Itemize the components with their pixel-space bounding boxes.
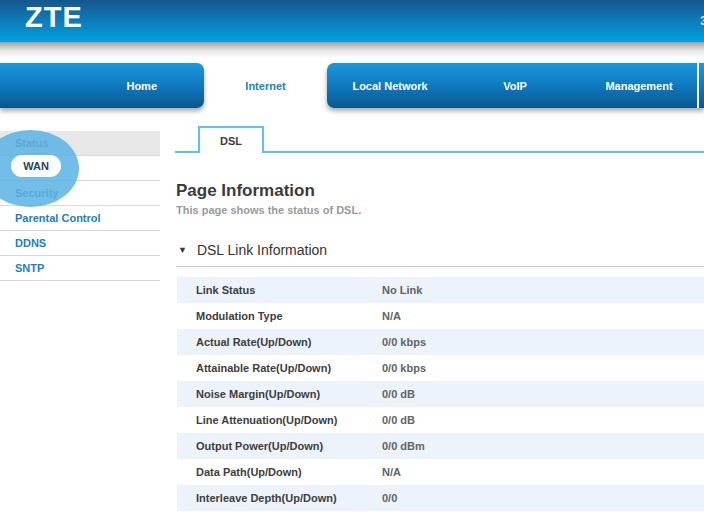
row-value: 0/0 kbps — [382, 336, 426, 348]
tab-local-network[interactable]: Local Network — [352, 80, 427, 92]
zte-logo: ZTE — [25, 1, 83, 34]
table-row: Modulation Type N/A — [177, 303, 704, 329]
row-value: N/A — [382, 466, 401, 478]
row-value: No Link — [382, 284, 422, 296]
wan-highlight-pill[interactable]: WAN — [11, 155, 61, 177]
tab-voip[interactable]: VoIP — [503, 80, 527, 92]
banner-corner-partial-text: 3 — [700, 14, 704, 28]
tab-management[interactable]: Management — [605, 80, 672, 92]
table-row: Data Path(Up/Down) N/A — [177, 459, 704, 485]
table-row: Output Power(Up/Down) 0/0 dBm — [177, 433, 704, 459]
tab-internet[interactable]: Internet — [204, 63, 327, 108]
row-label: Actual Rate(Up/Down) — [196, 336, 382, 348]
dsl-link-information-section-header[interactable]: ▼ DSL Link Information — [178, 242, 327, 258]
table-row: Noise Margin(Up/Down) 0/0 dB — [177, 381, 704, 407]
dsl-status-table: Link Status No Link Modulation Type N/A … — [177, 277, 704, 511]
tab-home-label: Home — [126, 80, 157, 92]
row-label: Line Attenuation(Up/Down) — [196, 414, 382, 426]
page-title: Page Information — [176, 181, 315, 201]
nav-right-group: Local Network VoIP Management — [327, 63, 704, 108]
sidebar-item-ddns[interactable]: DDNS — [0, 231, 160, 256]
collapse-triangle-icon: ▼ — [178, 245, 187, 255]
row-value: 0/0 dB — [382, 388, 415, 400]
row-label: Link Status — [196, 284, 382, 296]
section-divider — [176, 266, 704, 267]
row-value: 0/0 — [382, 492, 397, 504]
table-row: Line Attenuation(Up/Down) 0/0 dB — [177, 407, 704, 433]
row-value: 0/0 dBm — [382, 440, 425, 452]
page-description: This page shows the status of DSL. — [176, 204, 361, 216]
row-value: N/A — [382, 310, 401, 322]
table-row: Interleave Depth(Up/Down) 0/0 — [177, 485, 704, 511]
sidebar-item-sntp[interactable]: SNTP — [0, 256, 160, 281]
row-label: Attainable Rate(Up/Down) — [196, 362, 382, 374]
sidebar-item-parental-control[interactable]: Parental Control — [0, 206, 160, 231]
banner-shadow — [0, 42, 704, 58]
tab-home[interactable]: Home — [0, 63, 204, 108]
tab-dsl[interactable]: DSL — [198, 126, 264, 153]
section-title: DSL Link Information — [197, 242, 327, 258]
row-label: Interleave Depth(Up/Down) — [196, 492, 382, 504]
nav-separator — [697, 63, 699, 108]
row-label: Data Path(Up/Down) — [196, 466, 382, 478]
router-admin-page: ZTE 3 Home Internet Local Network VoIP M… — [0, 0, 704, 514]
table-row: Link Status No Link — [177, 277, 704, 303]
row-value: 0/0 kbps — [382, 362, 426, 374]
row-label: Output Power(Up/Down) — [196, 440, 382, 452]
brand-banner: ZTE 3 — [0, 0, 704, 42]
row-value: 0/0 dB — [382, 414, 415, 426]
table-row: Attainable Rate(Up/Down) 0/0 kbps — [177, 355, 704, 381]
row-label: Noise Margin(Up/Down) — [196, 388, 382, 400]
table-row: Actual Rate(Up/Down) 0/0 kbps — [177, 329, 704, 355]
row-label: Modulation Type — [196, 310, 382, 322]
